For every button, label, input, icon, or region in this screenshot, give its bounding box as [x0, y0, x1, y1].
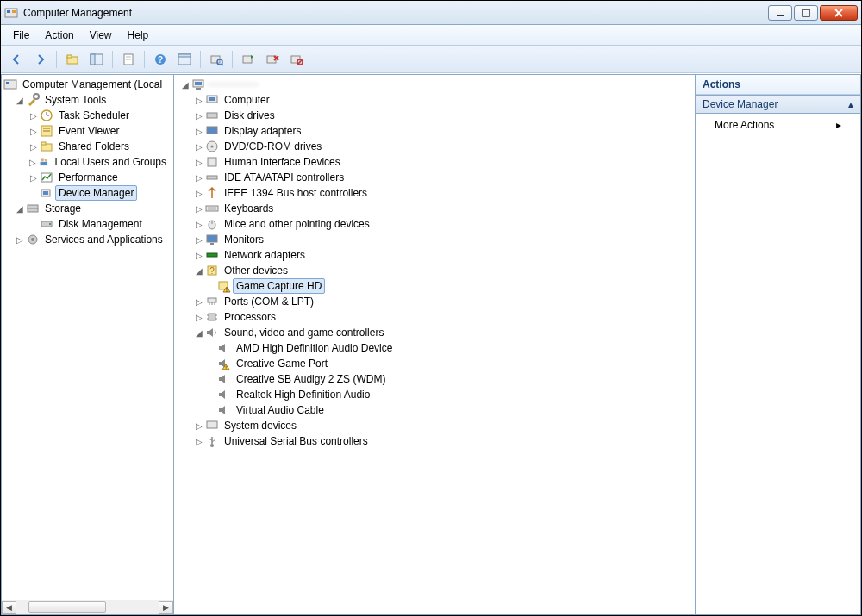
- expand-icon[interactable]: ▷: [193, 94, 205, 106]
- device-creative-sb[interactable]: Creative SB Audigy 2 ZS (WDM): [174, 371, 695, 387]
- device-ports[interactable]: ▷Ports (COM & LPT): [174, 294, 695, 309]
- collapse-icon[interactable]: ◢: [193, 264, 205, 277]
- svg-point-50: [31, 238, 34, 241]
- device-disk-drives[interactable]: ▷Disk drives: [174, 108, 695, 123]
- tree-label: Task Scheduler: [55, 108, 133, 123]
- expand-icon[interactable]: ▷: [28, 109, 40, 121]
- help-button[interactable]: ?: [150, 49, 171, 70]
- device-display-adapters[interactable]: ▷Display adapters: [174, 123, 695, 139]
- device-hid[interactable]: ▷Human Interface Devices: [174, 154, 695, 170]
- svg-rect-69: [207, 253, 217, 257]
- device-amd-audio[interactable]: AMD High Definition Audio Device: [174, 340, 695, 356]
- tree-device-manager[interactable]: Device Manager: [2, 185, 173, 201]
- speaker-icon: [217, 372, 231, 386]
- menu-view[interactable]: View: [83, 27, 119, 44]
- collapse-icon[interactable]: ◢: [193, 327, 205, 339]
- menu-action[interactable]: Action: [38, 27, 80, 44]
- device-usb[interactable]: ▷Universal Serial Bus controllers: [174, 433, 695, 449]
- maximize-button[interactable]: [794, 5, 818, 21]
- horizontal-scrollbar[interactable]: ◀ ▶: [2, 600, 173, 614]
- collapse-icon[interactable]: ◢: [14, 94, 26, 106]
- expand-icon[interactable]: ▷: [193, 109, 205, 121]
- collapse-icon[interactable]: ◢: [14, 202, 26, 215]
- properties-button[interactable]: [174, 49, 195, 70]
- up-button[interactable]: [62, 49, 83, 70]
- users-icon: [38, 155, 50, 169]
- device-virtual-cable[interactable]: Virtual Audio Cable: [174, 402, 695, 418]
- tree-shared-folders[interactable]: ▷ Shared Folders: [2, 139, 173, 154]
- tree-label: Device Manager: [55, 185, 137, 201]
- device-dvd[interactable]: ▷DVD/CD-ROM drives: [174, 139, 695, 154]
- forward-button[interactable]: [30, 49, 51, 70]
- device-game-capture[interactable]: !Game Capture HD: [174, 278, 695, 294]
- expand-icon[interactable]: ▷: [193, 249, 205, 261]
- tree-event-viewer[interactable]: ▷ Event Viewer: [2, 123, 173, 139]
- device-realtek[interactable]: Realtek High Definition Audio: [174, 387, 695, 402]
- scroll-right-button[interactable]: ▶: [159, 601, 173, 614]
- disable-button[interactable]: [286, 49, 307, 70]
- tree-task-scheduler[interactable]: ▷ Task Scheduler: [2, 108, 173, 123]
- folder-share-icon: [40, 140, 53, 153]
- expand-icon[interactable]: ▷: [193, 435, 205, 447]
- ide-icon: [205, 171, 219, 184]
- expand-icon[interactable]: ▷: [14, 233, 26, 246]
- expand-icon[interactable]: ▷: [193, 420, 205, 432]
- menu-file[interactable]: File: [6, 27, 36, 44]
- close-button[interactable]: [820, 5, 858, 21]
- device-sound[interactable]: ◢Sound, video and game controllers: [174, 325, 695, 340]
- tree-services-apps[interactable]: ▷ Services and Applications: [2, 232, 173, 247]
- minimize-button[interactable]: [768, 5, 792, 21]
- actions-section[interactable]: Device Manager ▴: [696, 95, 860, 114]
- expand-icon[interactable]: ▷: [193, 233, 205, 246]
- tree-root[interactable]: Computer Management (Local: [2, 77, 173, 92]
- expand-icon[interactable]: ▷: [193, 156, 205, 168]
- device-mice[interactable]: ▷Mice and other pointing devices: [174, 216, 695, 232]
- expand-icon[interactable]: ▷: [193, 218, 205, 230]
- expand-icon[interactable]: ▷: [193, 125, 205, 137]
- export-button[interactable]: [118, 49, 139, 70]
- scroll-left-button[interactable]: ◀: [2, 601, 16, 614]
- device-system[interactable]: ▷System devices: [174, 418, 695, 433]
- scan-hardware-button[interactable]: [206, 49, 227, 70]
- scroll-thumb[interactable]: [28, 601, 106, 613]
- expand-icon[interactable]: ▷: [193, 296, 205, 308]
- device-processors[interactable]: ▷Processors: [174, 309, 695, 325]
- device-creative-port[interactable]: !Creative Game Port: [174, 356, 695, 371]
- update-driver-button[interactable]: [238, 49, 259, 70]
- expand-icon[interactable]: ▷: [28, 140, 40, 152]
- uninstall-button[interactable]: [262, 49, 283, 70]
- svg-rect-53: [196, 88, 201, 90]
- more-actions-item[interactable]: More Actions ▸: [696, 114, 860, 136]
- device-label: Other devices: [221, 263, 291, 278]
- device-monitors[interactable]: ▷Monitors: [174, 232, 695, 247]
- device-ide[interactable]: ▷IDE ATA/ATAPI controllers: [174, 170, 695, 185]
- scroll-track[interactable]: [16, 601, 159, 614]
- show-hide-tree-button[interactable]: [86, 49, 107, 70]
- expand-icon[interactable]: ▷: [193, 202, 205, 215]
- network-icon: [205, 248, 219, 262]
- svg-marker-89: [219, 375, 225, 383]
- device-network[interactable]: ▷Network adapters: [174, 247, 695, 263]
- expand-icon[interactable]: ▷: [193, 311, 205, 323]
- expand-icon[interactable]: ▷: [193, 171, 205, 184]
- expand-icon[interactable]: ▷: [28, 171, 40, 184]
- tree-performance[interactable]: ▷ Performance: [2, 170, 173, 185]
- svg-text:!: !: [226, 287, 228, 293]
- expand-icon[interactable]: ▷: [193, 140, 205, 152]
- expand-icon[interactable]: ▷: [28, 156, 38, 168]
- menu-help[interactable]: Help: [121, 27, 156, 44]
- device-label: Creative SB Audigy 2 ZS (WDM): [233, 371, 389, 387]
- tree-storage[interactable]: ◢ Storage: [2, 201, 173, 216]
- collapse-icon[interactable]: ◢: [179, 78, 191, 90]
- device-root[interactable]: ◢: [174, 77, 695, 92]
- tree-local-users[interactable]: ▷ Local Users and Groups: [2, 154, 173, 170]
- device-computer[interactable]: ▷Computer: [174, 92, 695, 108]
- device-keyboards[interactable]: ▷Keyboards: [174, 201, 695, 216]
- expand-icon[interactable]: ▷: [28, 125, 40, 137]
- back-button[interactable]: [6, 49, 27, 70]
- device-ieee1394[interactable]: ▷IEEE 1394 Bus host controllers: [174, 185, 695, 201]
- device-other[interactable]: ◢?Other devices: [174, 263, 695, 278]
- expand-icon[interactable]: ▷: [193, 187, 205, 199]
- tree-system-tools[interactable]: ◢ System Tools: [2, 92, 173, 108]
- tree-disk-management[interactable]: Disk Management: [2, 216, 173, 232]
